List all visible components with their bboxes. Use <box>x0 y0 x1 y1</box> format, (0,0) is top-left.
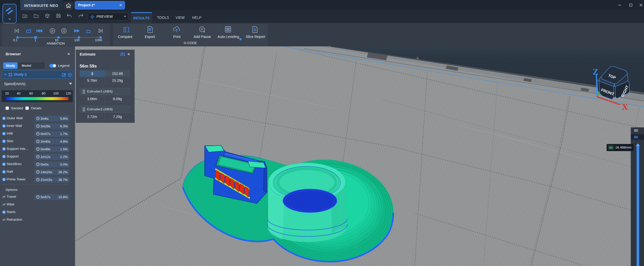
svg-text:Z: Z <box>593 67 598 76</box>
svg-text:X: X <box>622 102 628 112</box>
svg-text:G: G <box>149 29 151 31</box>
